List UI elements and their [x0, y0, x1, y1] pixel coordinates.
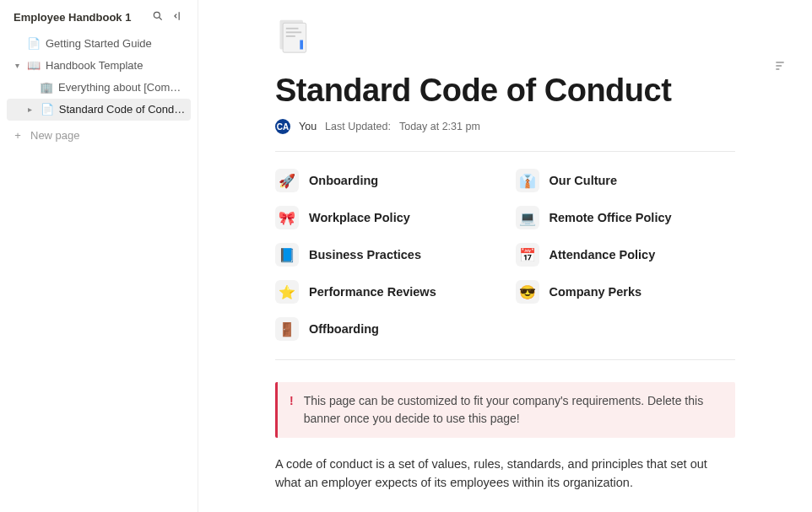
nav-item[interactable]: ▸📄Standard Code of Conduct	[7, 99, 191, 121]
svg-rect-11	[300, 40, 303, 50]
callout-text: This page can be customized to fit your …	[304, 392, 723, 428]
new-page-label: New page	[30, 129, 80, 142]
link-item[interactable]: ⭐Performance Reviews	[275, 278, 495, 305]
link-label: Attendance Policy	[549, 248, 656, 261]
link-label: Our Culture	[549, 174, 618, 187]
sidebar: Employee Handbook 1 📄Getting Started Gui…	[0, 0, 198, 512]
last-updated-value: Today at 2:31 pm	[399, 121, 480, 132]
svg-point-0	[154, 12, 160, 18]
link-icon: 🚀	[275, 169, 299, 192]
page-title[interactable]: Standard Code of Conduct	[275, 73, 735, 109]
workspace-title[interactable]: Employee Handbook 1	[14, 11, 131, 24]
link-item[interactable]: 👔Our Culture	[516, 167, 736, 194]
page-icon: 🏢	[40, 80, 53, 95]
link-icon: ⭐	[275, 280, 299, 304]
link-label: Remote Office Policy	[549, 211, 672, 224]
info-callout[interactable]: ! This page can be customized to fit you…	[275, 382, 735, 438]
nav-item-label: Getting Started Guide	[46, 36, 152, 51]
nav-list: 📄Getting Started Guide▾📖Handbook Templat…	[7, 33, 191, 121]
last-updated-label: Last Updated:	[325, 121, 391, 132]
intro-paragraph[interactable]: A code of conduct is a set of values, ru…	[275, 455, 735, 493]
avatar[interactable]: CA	[275, 119, 290, 134]
nav-item-label: Everything about [Company]	[58, 80, 186, 95]
link-label: Company Perks	[549, 285, 642, 299]
link-label: Offboarding	[309, 322, 379, 336]
link-icon: 😎	[516, 280, 539, 304]
page-icon: 📄	[41, 102, 54, 117]
main: Standard Code of Conduct CA You Last Upd…	[198, 0, 812, 512]
nav-item-label: Standard Code of Conduct	[59, 102, 186, 117]
link-icon: 🚪	[275, 317, 299, 341]
outline-toggle-icon[interactable]	[773, 59, 787, 76]
page-icon: 📄	[27, 36, 41, 51]
link-item[interactable]: 💻Remote Office Policy	[516, 204, 736, 231]
page-emoji-icon[interactable]	[275, 17, 735, 62]
link-item[interactable]: 🚪Offboarding	[275, 315, 495, 342]
chevron-icon[interactable]: ▾	[12, 58, 22, 73]
new-page-button[interactable]: + New page	[7, 124, 191, 147]
workspace-header: Employee Handbook 1	[7, 7, 191, 33]
link-item[interactable]: 🎀Workplace Policy	[275, 204, 495, 231]
link-icon: 🎀	[275, 206, 299, 229]
svg-line-1	[160, 18, 162, 20]
link-item[interactable]: 📅Attendance Policy	[516, 241, 736, 268]
page-icon: 📖	[27, 58, 41, 73]
svg-rect-10	[286, 35, 295, 37]
link-label: Performance Reviews	[309, 285, 436, 299]
exclamation-icon: !	[290, 392, 294, 428]
nav-item[interactable]: ▾📖Handbook Template	[7, 55, 191, 77]
nav-item[interactable]: 📄Getting Started Guide	[7, 33, 191, 55]
link-item[interactable]: 📘Business Practices	[275, 241, 495, 268]
link-label: Onboarding	[309, 174, 378, 187]
link-icon: 👔	[516, 169, 539, 192]
link-label: Business Practices	[309, 248, 421, 261]
svg-rect-8	[286, 28, 299, 30]
author-label: You	[299, 121, 317, 132]
link-item[interactable]: 🚀Onboarding	[275, 167, 495, 194]
chevron-icon[interactable]: ▸	[25, 102, 35, 117]
nav-item[interactable]: 🏢Everything about [Company]	[7, 77, 191, 99]
search-icon[interactable]	[152, 10, 164, 24]
link-icon: 📅	[516, 243, 539, 267]
nav-item-label: Handbook Template	[46, 58, 143, 73]
page-meta: CA You Last Updated: Today at 2:31 pm	[275, 119, 735, 152]
svg-rect-9	[286, 31, 301, 33]
link-item[interactable]: 😎Company Perks	[516, 278, 736, 305]
plus-icon: +	[12, 129, 24, 142]
link-icon: 📘	[275, 243, 299, 267]
link-label: Workplace Policy	[309, 211, 410, 224]
collapse-sidebar-icon[interactable]	[172, 10, 184, 24]
link-icon: 💻	[516, 206, 539, 229]
link-grid: 🚀Onboarding👔Our Culture🎀Workplace Policy…	[275, 152, 735, 360]
